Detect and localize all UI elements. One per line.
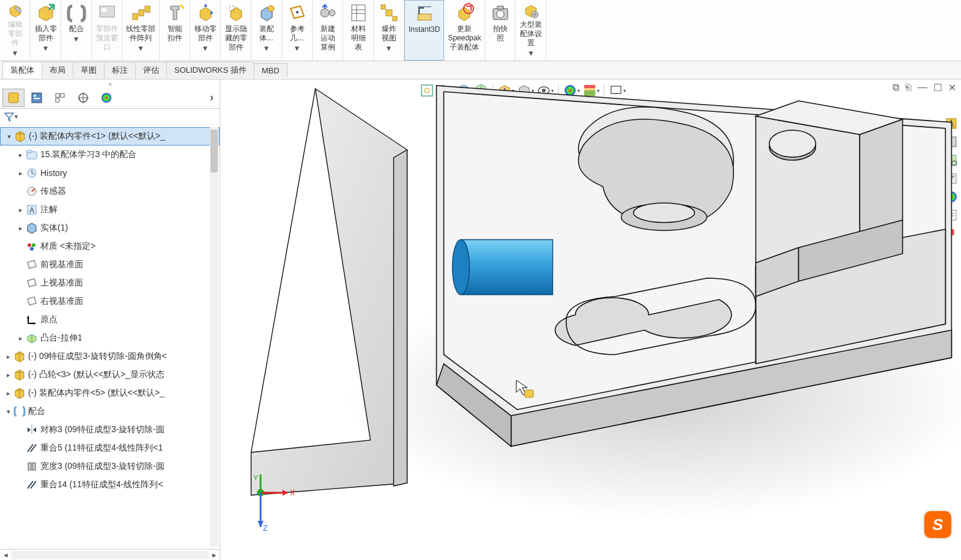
tab-assembly[interactable]: 装配体: [2, 62, 42, 78]
tree-row[interactable]: ▸15.装配体学习3 中的配合: [0, 146, 220, 164]
svg-rect-37: [27, 150, 32, 153]
graphics-viewport[interactable]: ▾ A▾ ▾ ▾ ▾ ▾ ▾ ⧉ ⎗ — ☐ ✕: [220, 79, 961, 560]
smart-fasteners-icon: [165, 2, 185, 23]
ribbon-move-component[interactable]: 移动零 部件▼: [190, 0, 221, 61]
twisty-icon[interactable]: ▸: [4, 371, 13, 379]
svg-line-55: [28, 444, 33, 452]
dropdown-icon[interactable]: ▼: [527, 49, 535, 58]
dropdown-icon[interactable]: ▼: [137, 44, 144, 53]
tab-layout[interactable]: 布局: [42, 62, 73, 78]
filter-dropdown-icon[interactable]: ▼: [13, 114, 19, 120]
ime-indicator-icon[interactable]: S: [924, 511, 951, 538]
svg-rect-4: [145, 6, 150, 12]
tree-label: 材质 <未指定>: [40, 241, 95, 252]
scroll-left-icon[interactable]: ◂: [0, 550, 11, 559]
tree-row[interactable]: 重合14 (11特征成型4-线性阵列<: [0, 476, 220, 494]
dropdown-icon[interactable]: ▼: [73, 35, 80, 44]
snapshot-icon: [490, 2, 511, 23]
svg-rect-23: [9, 93, 18, 103]
twisty-icon[interactable]: ▾: [4, 133, 14, 141]
tree-row[interactable]: 宽度3 (09特征成型3-旋转切除-圆: [0, 457, 220, 476]
sensor-icon: [26, 185, 38, 197]
ribbon-reference-geometry[interactable]: 参考 几...▼: [282, 0, 313, 61]
tab-swaddins[interactable]: SOLIDWORKS 插件: [166, 62, 254, 78]
tree-row[interactable]: ▸A注解: [0, 201, 220, 219]
dropdown-icon[interactable]: ▼: [12, 49, 19, 58]
tree-row[interactable]: 上视基准面: [0, 274, 220, 292]
twisty-icon[interactable]: ▾: [4, 408, 13, 416]
filter-bar[interactable]: ▼: [0, 109, 220, 125]
tree-row[interactable]: 前视基准面: [0, 256, 220, 274]
tab-sketch[interactable]: 草图: [73, 62, 105, 78]
svg-rect-14: [381, 5, 385, 9]
twisty-icon[interactable]: ▸: [16, 206, 26, 214]
tree-row[interactable]: 原点: [0, 311, 220, 329]
ribbon-linear-pattern[interactable]: 线性零部 件阵列▼: [122, 0, 160, 61]
twisty-icon[interactable]: ▸: [16, 334, 26, 342]
scroll-thumb[interactable]: [210, 130, 218, 172]
ribbon-assembly-features[interactable]: 装配 体...▼: [251, 0, 282, 61]
assembly-features-icon: [256, 2, 277, 23]
tree-row[interactable]: 右视基准面: [0, 292, 220, 311]
svg-rect-25: [34, 95, 36, 97]
tab-appearance[interactable]: [95, 89, 117, 107]
twisty-icon[interactable]: ▸: [4, 353, 13, 361]
ribbon-insert-component[interactable]: 插入零 部件▼: [31, 0, 61, 61]
svg-rect-15: [393, 17, 397, 21]
ribbon-update-speedpak[interactable]: 更新 Speedpak 子装配体: [444, 0, 485, 61]
edit-part-icon: [5, 2, 26, 19]
panel-collapse-icon[interactable]: ›: [206, 91, 217, 104]
model-view: [220, 79, 961, 560]
dropdown-icon[interactable]: ▼: [385, 44, 393, 53]
tree-row[interactable]: 对称3 (09特征成型3-旋转切除-圆: [0, 421, 220, 439]
svg-rect-21: [497, 6, 503, 9]
tab-feature-tree[interactable]: [2, 89, 24, 107]
panel-grip[interactable]: ∘: [0, 79, 220, 87]
ribbon-smart-fasteners[interactable]: 智能 扣件: [160, 0, 190, 61]
tree-row[interactable]: 重合5 (11特征成型4-线性阵列<1: [0, 439, 220, 457]
ribbon-bom[interactable]: 材料 明细 表: [343, 0, 374, 61]
tree-row[interactable]: ▾配合: [0, 402, 220, 421]
ribbon-large-assembly[interactable]: 大型装 配体设 置▼: [516, 0, 546, 61]
tree-row[interactable]: ▸(-) 09特征成型3-旋转切除-圆角倒角<: [0, 347, 220, 366]
ribbon-new-motion[interactable]: 新建 运动 算例: [313, 0, 343, 61]
tree-label: 上视基准面: [40, 278, 83, 289]
tab-evaluate[interactable]: 评估: [135, 62, 167, 78]
tab-dimxpert[interactable]: [72, 89, 94, 107]
tab-config[interactable]: [49, 89, 71, 107]
tree-row[interactable]: ▸实体(1): [0, 219, 220, 237]
tree-label: 凸台-拉伸1: [40, 333, 82, 344]
tree-row[interactable]: ▾(-) 装配体内零件<1> (默认<<默认>_: [0, 127, 220, 146]
tree-row[interactable]: ▸(-) 装配体内零件<5> (默认<<默认>_: [0, 384, 220, 402]
ribbon-instant3d[interactable]: Instant3D: [404, 0, 444, 61]
dropdown-icon[interactable]: ▼: [263, 44, 270, 53]
ribbon-snapshot[interactable]: 拍快 照: [485, 0, 516, 61]
dropdown-icon[interactable]: ▼: [294, 44, 301, 53]
tree-row[interactable]: ▸History: [0, 164, 220, 182]
tree-row[interactable]: ▸凸台-拉伸1: [0, 329, 220, 347]
twisty-icon[interactable]: ▸: [16, 169, 26, 177]
scroll-track[interactable]: [11, 551, 209, 559]
tree-row[interactable]: ▸(-) 凸轮<3> (默认<<默认>_显示状态: [0, 366, 220, 384]
tree-label: 配合: [28, 406, 45, 417]
dropdown-icon[interactable]: ▼: [42, 44, 50, 53]
ribbon-show-hidden[interactable]: 显示隐 藏的零 部件: [221, 0, 251, 61]
twisty-icon[interactable]: ▸: [4, 389, 13, 397]
tree-vscrollbar[interactable]: [210, 127, 218, 547]
part-y-icon: [13, 387, 26, 399]
ribbon-exploded-view[interactable]: 爆炸 视图▼: [374, 0, 404, 61]
twisty-icon[interactable]: ▸: [16, 151, 26, 159]
dropdown-icon[interactable]: ▼: [202, 44, 209, 53]
tree-hscrollbar[interactable]: ◂ ▸: [0, 549, 220, 560]
tab-annotate[interactable]: 标注: [104, 62, 136, 78]
tree-row[interactable]: 材质 <未指定>: [0, 237, 220, 256]
linear-pattern-icon: [130, 2, 151, 23]
tree-row[interactable]: 传感器: [0, 182, 220, 201]
svg-rect-97: [525, 390, 533, 397]
scroll-right-icon[interactable]: ▸: [209, 550, 220, 559]
tab-mbd[interactable]: MBD: [254, 63, 288, 78]
ribbon-mate[interactable]: 配合▼: [61, 0, 92, 61]
tree-label: (-) 装配体内零件<1> (默认<<默认>_: [29, 131, 165, 142]
twisty-icon[interactable]: ▸: [16, 224, 26, 232]
tab-property[interactable]: [26, 89, 48, 107]
